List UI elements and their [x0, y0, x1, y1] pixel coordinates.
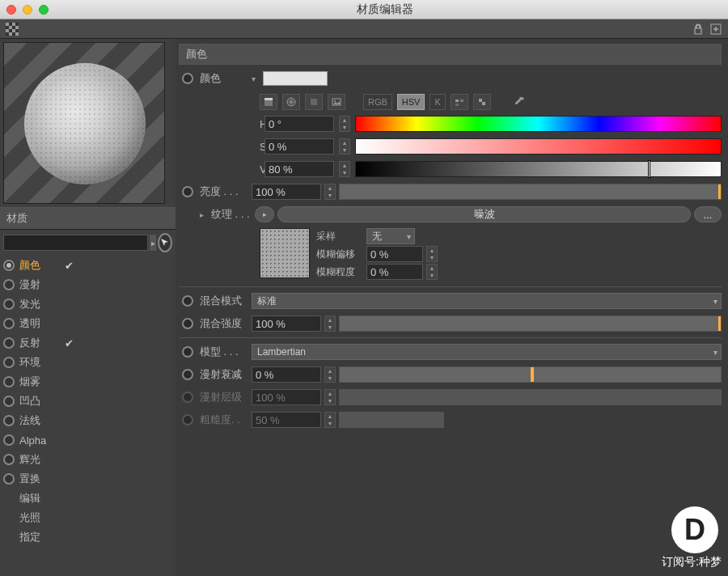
check-icon: ✔: [65, 337, 78, 349]
diffuse-falloff-slider[interactable]: [339, 366, 722, 383]
texture-preview[interactable]: [260, 228, 310, 278]
svg-rect-17: [460, 100, 463, 102]
material-preview[interactable]: [3, 42, 165, 204]
blur-scale-spinner[interactable]: ▲▼: [426, 264, 438, 280]
texture-more-button[interactable]: ...: [694, 206, 722, 222]
channel-alpha[interactable]: Alpha: [3, 430, 172, 450]
swatches-icon[interactable]: [451, 94, 468, 110]
window-title: 材质编辑器: [49, 2, 722, 17]
play-button[interactable]: ▸: [255, 206, 274, 222]
svg-rect-3: [9, 26, 12, 29]
blend-strength-slider[interactable]: [339, 316, 722, 332]
expand-icon[interactable]: ▸: [200, 210, 208, 219]
color-label: 颜色: [200, 71, 248, 86]
svg-rect-11: [265, 98, 273, 100]
s-spinner[interactable]: ▲▼: [339, 138, 350, 155]
channel-luminance[interactable]: 发光: [3, 294, 172, 314]
channel-environment[interactable]: 环境: [3, 353, 172, 372]
diffuse-falloff-spinner[interactable]: ▲▼: [324, 366, 336, 383]
channel-glow[interactable]: 辉光: [3, 450, 172, 469]
val-slider[interactable]: [355, 161, 722, 177]
svg-rect-13: [311, 99, 317, 105]
minimize-icon[interactable]: [23, 5, 32, 15]
v-spinner[interactable]: ▲▼: [339, 161, 350, 177]
channel-diffuse[interactable]: 漫射: [3, 275, 172, 294]
material-search-input[interactable]: [3, 235, 148, 251]
svg-rect-18: [455, 104, 459, 106]
sat-slider[interactable]: [355, 138, 722, 155]
gradient-icon[interactable]: [260, 94, 277, 110]
anim-dot[interactable]: [182, 295, 193, 307]
brightness-spinner[interactable]: ▲▼: [324, 184, 336, 200]
hsv-mode-button[interactable]: HSV: [397, 94, 425, 110]
svg-rect-8: [15, 32, 19, 36]
blur-scale-field[interactable]: 0 %: [366, 264, 423, 280]
k-mode-button[interactable]: K: [430, 94, 445, 110]
channel-displacement[interactable]: 置换: [3, 469, 172, 489]
anim-dot[interactable]: [182, 318, 193, 329]
anim-dot[interactable]: [182, 73, 193, 84]
picker-button[interactable]: [158, 233, 172, 252]
sidebar: 材质 ▸ 颜色✔ 漫射 发光 透明 反射✔ 环境 烟雾 凹凸 法线 Alpha …: [0, 39, 176, 576]
svg-rect-20: [482, 102, 485, 105]
checker-icon[interactable]: [5, 22, 19, 36]
roughness-field: 50 %: [252, 412, 321, 428]
sampling-dropdown[interactable]: 无: [366, 228, 415, 244]
blend-strength-field[interactable]: 100 %: [252, 316, 321, 332]
watermark-text: 订阅号:种梦: [662, 555, 722, 570]
anim-dot-disabled: [182, 392, 193, 403]
square-icon[interactable]: [305, 94, 323, 110]
extra-edit[interactable]: 编辑: [3, 489, 172, 508]
collapse-icon[interactable]: ▾: [252, 74, 260, 83]
blend-strength-spinner[interactable]: ▲▼: [324, 316, 336, 332]
lock-icon[interactable]: [691, 22, 705, 36]
diffuse-level-label: 漫射层级: [200, 390, 248, 404]
anim-dot[interactable]: [182, 346, 193, 358]
blur-scale-label: 模糊程度: [316, 265, 363, 279]
roughness-spinner: ▲▼: [324, 412, 336, 428]
blend-mode-dropdown[interactable]: 标准: [252, 293, 722, 309]
v-label: V: [179, 163, 260, 176]
wheel-icon[interactable]: [282, 94, 300, 110]
brightness-slider[interactable]: [339, 184, 722, 200]
blur-offset-spinner[interactable]: ▲▼: [426, 246, 438, 262]
eyedropper-icon[interactable]: [512, 95, 527, 109]
properties-panel: 颜色 颜色 ▾ RGB HSV K H 0 ° ▲▼: [176, 39, 728, 576]
model-dropdown[interactable]: Lambertian: [252, 344, 722, 360]
preview-sphere: [24, 63, 146, 184]
channel-reflection[interactable]: 反射✔: [3, 333, 172, 353]
hue-slider[interactable]: [355, 116, 722, 132]
expand-button[interactable]: ▸: [150, 235, 156, 251]
diffuse-level-spinner: ▲▼: [324, 389, 336, 405]
channel-bump[interactable]: 凹凸: [3, 392, 172, 411]
anim-dot[interactable]: [182, 369, 193, 380]
picture-icon[interactable]: [328, 94, 345, 110]
rgb-mode-button[interactable]: RGB: [363, 94, 392, 110]
texture-button[interactable]: 噪波: [277, 206, 691, 222]
channel-normal[interactable]: 法线: [3, 411, 172, 430]
h-field[interactable]: 0 °: [265, 116, 334, 132]
anim-dot-disabled: [182, 414, 193, 426]
h-label: H: [179, 118, 260, 130]
anim-dot[interactable]: [182, 186, 193, 197]
channel-fog[interactable]: 烟雾: [3, 372, 172, 392]
brightness-field[interactable]: 100 %: [252, 184, 321, 200]
color-swatch[interactable]: [263, 71, 328, 86]
channel-transparency[interactable]: 透明: [3, 314, 172, 333]
s-field[interactable]: 0 %: [265, 138, 334, 155]
brightness-label: 亮度 . . .: [200, 184, 248, 199]
v-field[interactable]: 80 %: [265, 161, 334, 177]
diffuse-level-slider: [339, 389, 722, 405]
blur-offset-field[interactable]: 0 %: [366, 246, 423, 262]
channel-color[interactable]: 颜色✔: [3, 256, 172, 275]
zoom-icon[interactable]: [39, 5, 49, 15]
check-icon: ✔: [65, 260, 78, 271]
add-icon[interactable]: [709, 22, 723, 36]
watermark-logo: D: [671, 506, 718, 553]
extra-illumination[interactable]: 光照: [3, 508, 172, 527]
diffuse-falloff-field[interactable]: 0 %: [252, 366, 321, 383]
extra-assign[interactable]: 指定: [3, 527, 172, 547]
close-icon[interactable]: [6, 5, 16, 15]
checker-mini-icon[interactable]: [473, 94, 491, 110]
h-spinner[interactable]: ▲▼: [339, 116, 350, 132]
